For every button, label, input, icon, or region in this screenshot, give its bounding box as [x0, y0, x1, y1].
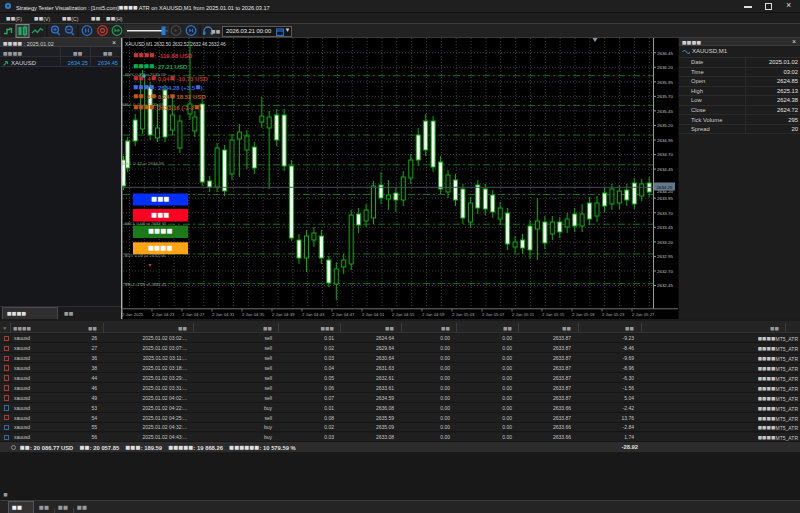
svg-text:2 Jan 04:59: 2 Jan 04:59 [422, 312, 445, 317]
svg-text:XAUUSD,M1 2632.50 2632.52 2632: XAUUSD,M1 2632.50 2632.52 2632.46 2632.4… [125, 42, 226, 47]
svg-text:2632.45: 2632.45 [657, 283, 673, 288]
svg-text:2632.70: 2632.70 [657, 269, 673, 274]
svg-text:SELL 0.47 at 2634.59: SELL 0.47 at 2634.59 [122, 161, 165, 166]
svg-text:2 Jan 04:35: 2 Jan 04:35 [242, 312, 265, 317]
svg-text:2 Jan 04:55: 2 Jan 04:55 [392, 312, 415, 317]
svg-text:2634.70: 2634.70 [657, 152, 673, 157]
svg-text:2635.70: 2635.70 [657, 94, 673, 99]
svg-text:2635.95: 2635.95 [657, 80, 673, 85]
svg-text:2 Jan 05:15: 2 Jan 05:15 [542, 312, 565, 317]
svg-text:2633.95: 2633.95 [657, 196, 673, 201]
svg-text:■■■■: ■■■■ [148, 225, 173, 236]
svg-text:2633.20: 2633.20 [657, 240, 673, 245]
svg-text:SELL 0.05 at 2632.41: SELL 0.05 at 2632.41 [125, 282, 168, 287]
svg-text:2633.45: 2633.45 [657, 225, 673, 230]
svg-text:BUY 0.05 at 2632.56: BUY 0.05 at 2632.56 [125, 253, 166, 258]
svg-text:2 Jan 04:39: 2 Jan 04:39 [272, 312, 295, 317]
svg-text:2634.25: 2634.25 [657, 185, 673, 190]
svg-text:2 Jan 04:47: 2 Jan 04:47 [332, 312, 355, 317]
svg-text:2 Jan 05:23: 2 Jan 05:23 [602, 312, 625, 317]
svg-text:2 Jan 04:51: 2 Jan 04:51 [362, 312, 385, 317]
svg-text:2 Jan 05:27: 2 Jan 05:27 [632, 312, 655, 317]
svg-text:SELL 0.06 at 2633.61: SELL 0.06 at 2633.61 [125, 221, 168, 226]
svg-text:2634.95: 2634.95 [657, 138, 673, 143]
svg-text:2 Jan 05:03: 2 Jan 05:03 [452, 312, 475, 317]
svg-text:2636.20: 2636.20 [657, 65, 673, 70]
svg-text:2 Jan 05:07: 2 Jan 05:07 [482, 312, 505, 317]
svg-text:2 Jan 2025: 2 Jan 2025 [122, 312, 144, 317]
svg-text:2632.95: 2632.95 [657, 254, 673, 259]
svg-text:2 Jan 05:19: 2 Jan 05:19 [572, 312, 595, 317]
svg-text:■■■: ■■■ [151, 209, 170, 220]
svg-text:2 Jan 04:27: 2 Jan 04:27 [182, 312, 205, 317]
svg-text:2633.70: 2633.70 [657, 211, 673, 216]
svg-text:2 Jan 05:11: 2 Jan 05:11 [512, 312, 535, 317]
svg-text:2 Jan 04:43: 2 Jan 04:43 [302, 312, 325, 317]
svg-text:■■■: ■■■ [151, 193, 170, 204]
svg-text:2 Jan 04:23: 2 Jan 04:23 [152, 312, 175, 317]
svg-text:2635.45: 2635.45 [657, 109, 673, 114]
svg-text:■■■■: ■■■■ [148, 242, 173, 253]
svg-text:2636.45: 2636.45 [657, 51, 673, 56]
svg-text:2635.20: 2635.20 [657, 123, 673, 128]
svg-text:2634.45: 2634.45 [657, 167, 673, 172]
svg-text:2 Jan 04:31: 2 Jan 04:31 [212, 312, 235, 317]
